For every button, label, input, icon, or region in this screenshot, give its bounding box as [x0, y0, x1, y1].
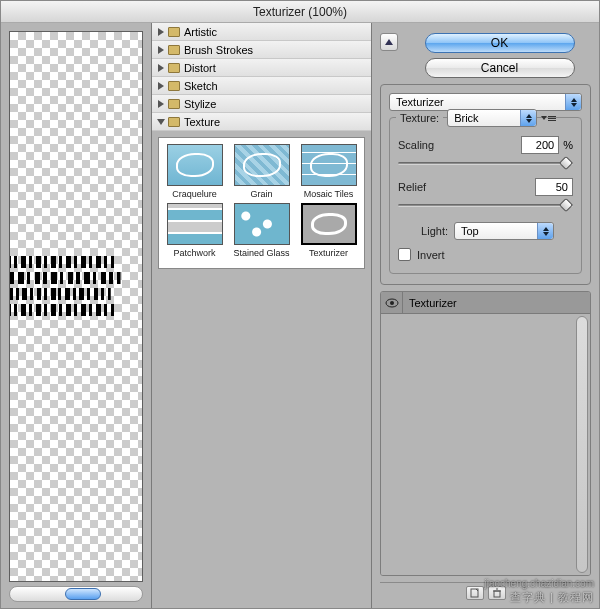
preview-hscroll-thumb[interactable] — [65, 588, 101, 600]
gallery-column: ArtisticBrush StrokesDistortSketchStyliz… — [151, 23, 371, 608]
texture-menu-icon[interactable] — [541, 116, 556, 121]
thumb-grain[interactable]: Grain — [230, 144, 293, 199]
thumbnail-label: Stained Glass — [230, 248, 293, 258]
thumb-texturizer[interactable]: Texturizer — [297, 203, 360, 258]
thumb-mosaic-tiles[interactable]: Mosaic Tiles — [297, 144, 360, 199]
window-body: ArtisticBrush StrokesDistortSketchStyliz… — [1, 23, 599, 608]
trash-icon — [492, 588, 502, 598]
light-select[interactable]: Top — [454, 222, 554, 240]
preview-column — [1, 23, 151, 608]
relief-input[interactable] — [535, 178, 573, 196]
disclosure-triangle-icon — [158, 28, 164, 36]
thumbnail-image — [301, 203, 357, 245]
folder-row-artistic[interactable]: Artistic — [152, 23, 371, 41]
texture-legend: Texture: — [396, 112, 443, 124]
folder-icon — [168, 45, 180, 55]
folder-icon — [168, 27, 180, 37]
folder-icon — [168, 117, 180, 127]
folder-row-sketch[interactable]: Sketch — [152, 77, 371, 95]
chevron-up-icon — [385, 39, 393, 45]
folder-list: ArtisticBrush StrokesDistortSketchStyliz… — [152, 23, 371, 131]
collapse-button[interactable] — [380, 33, 398, 51]
texture-type-value: Brick — [454, 112, 478, 124]
folder-row-distort[interactable]: Distort — [152, 59, 371, 77]
thumbnail-grid: CraquelureGrainMosaic TilesPatchworkStai… — [158, 137, 365, 269]
visibility-toggle[interactable] — [381, 292, 403, 314]
texture-type-select[interactable]: Brick — [447, 109, 537, 127]
preview-content — [9, 252, 114, 322]
filter-select-value: Texturizer — [396, 96, 444, 108]
folder-icon — [168, 63, 180, 73]
thumbnail-image — [234, 203, 290, 245]
disclosure-triangle-icon — [158, 46, 164, 54]
folder-label: Stylize — [184, 98, 216, 110]
window-title: Texturizer (100%) — [1, 1, 599, 23]
thumbnail-label: Craquelure — [163, 189, 226, 199]
scaling-input[interactable] — [521, 136, 559, 154]
relief-label: Relief — [398, 181, 468, 193]
folder-row-stylize[interactable]: Stylize — [152, 95, 371, 113]
new-effect-layer-button[interactable] — [466, 586, 484, 600]
texture-gallery: CraquelureGrainMosaic TilesPatchworkStai… — [152, 131, 371, 608]
layers-vscrollbar[interactable] — [576, 316, 588, 573]
invert-label: Invert — [417, 249, 445, 261]
effect-layer-label: Texturizer — [403, 297, 457, 309]
thumbnail-label: Texturizer — [297, 248, 360, 258]
cancel-button[interactable]: Cancel — [425, 58, 575, 78]
page-icon — [470, 588, 480, 598]
disclosure-triangle-icon — [157, 119, 165, 125]
thumbnail-label: Patchwork — [163, 248, 226, 258]
relief-slider[interactable] — [398, 198, 573, 212]
folder-label: Artistic — [184, 26, 217, 38]
folder-icon — [168, 99, 180, 109]
folder-icon — [168, 81, 180, 91]
watermark-text: 查字典 | 教程网 — [510, 590, 594, 605]
filter-settings-group: Texturizer Texture: Brick — [380, 84, 591, 285]
disclosure-triangle-icon — [158, 100, 164, 108]
ok-button[interactable]: OK — [425, 33, 575, 53]
thumbnail-label: Grain — [230, 189, 293, 199]
light-label: Light: — [398, 225, 448, 237]
folder-label: Sketch — [184, 80, 218, 92]
preview-canvas[interactable] — [9, 31, 143, 582]
thumbnail-label: Mosaic Tiles — [297, 189, 360, 199]
filter-gallery-window: Texturizer (100%) ArtisticBrush StrokesD… — [0, 0, 600, 609]
effect-layer-row[interactable]: Texturizer — [381, 292, 590, 314]
folder-row-texture[interactable]: Texture — [152, 113, 371, 131]
thumb-stained-glass[interactable]: Stained Glass — [230, 203, 293, 258]
thumb-patchwork[interactable]: Patchwork — [163, 203, 226, 258]
folder-label: Texture — [184, 116, 220, 128]
thumbnail-image — [234, 144, 290, 186]
light-value: Top — [461, 225, 479, 237]
disclosure-triangle-icon — [158, 82, 164, 90]
svg-point-1 — [390, 301, 394, 305]
eye-icon — [385, 298, 399, 308]
scaling-unit: % — [563, 139, 573, 151]
effect-layers-panel: Texturizer — [380, 291, 591, 576]
scaling-slider[interactable] — [398, 156, 573, 170]
watermark-url: jiaocheng.chazidian.com — [484, 578, 594, 589]
scaling-label: Scaling — [398, 139, 468, 151]
folder-label: Distort — [184, 62, 216, 74]
thumbnail-image — [301, 144, 357, 186]
folder-label: Brush Strokes — [184, 44, 253, 56]
svg-rect-3 — [494, 591, 500, 597]
thumbnail-image — [167, 144, 223, 186]
texture-fieldset: Texture: Brick Scaling % — [389, 117, 582, 274]
thumb-craquelure[interactable]: Craquelure — [163, 144, 226, 199]
disclosure-triangle-icon — [158, 64, 164, 72]
invert-checkbox[interactable] — [398, 248, 411, 261]
settings-column: OK Cancel Texturizer Texture: Brick — [371, 23, 599, 608]
folder-row-brush-strokes[interactable]: Brush Strokes — [152, 41, 371, 59]
thumbnail-image — [167, 203, 223, 245]
preview-hscrollbar[interactable] — [9, 586, 143, 602]
